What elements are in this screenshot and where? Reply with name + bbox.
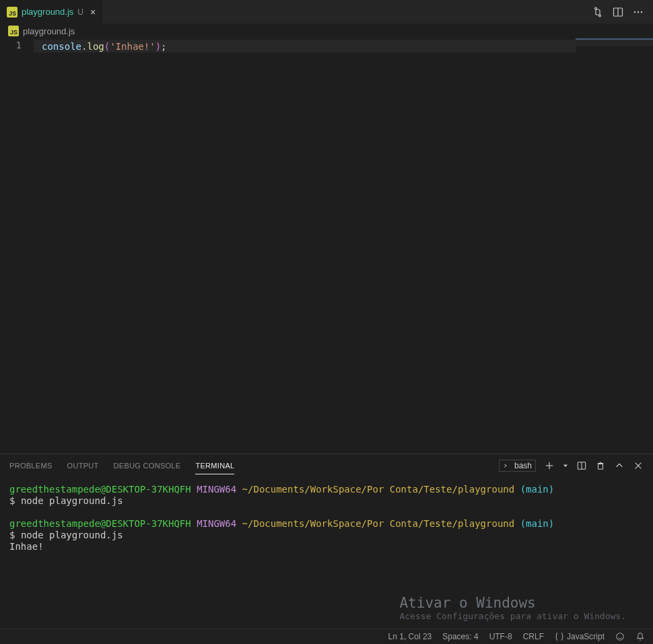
token-semi: ; bbox=[161, 41, 166, 52]
editor-tab[interactable]: JS playground.js U × bbox=[0, 0, 103, 24]
javascript-file-icon: JS bbox=[8, 26, 19, 36]
tab-problems[interactable]: PROBLEMS bbox=[9, 458, 53, 474]
status-language[interactable]: JavaScript bbox=[555, 632, 605, 641]
tab-modified-indicator: U bbox=[77, 7, 83, 17]
terminal-icon bbox=[503, 462, 511, 470]
token-function: log bbox=[87, 41, 104, 52]
svg-point-0 bbox=[595, 7, 597, 9]
new-terminal-button[interactable] bbox=[544, 460, 555, 471]
panel-tab-group: PROBLEMS OUTPUT DEBUG CONSOLE TERMINAL bbox=[9, 458, 234, 474]
token-lparen: ( bbox=[104, 41, 110, 52]
compare-changes-icon[interactable] bbox=[592, 7, 603, 17]
code-area[interactable]: console.log('Inhae!'); bbox=[34, 38, 653, 454]
tab-terminal[interactable]: TERMINAL bbox=[195, 458, 234, 474]
terminal-line: greedthestampede@DESKTOP-37KHQFH MINGW64… bbox=[9, 484, 644, 495]
svg-point-1 bbox=[599, 15, 601, 17]
terminal-body[interactable]: greedthestampede@DESKTOP-37KHQFH MINGW64… bbox=[0, 477, 653, 629]
minimap-viewport[interactable] bbox=[576, 38, 653, 46]
svg-marker-9 bbox=[563, 465, 568, 468]
svg-rect-12 bbox=[598, 464, 603, 469]
close-panel-icon[interactable] bbox=[633, 460, 644, 471]
tab-debug-console[interactable]: DEBUG CONSOLE bbox=[114, 458, 181, 474]
watermark-subtitle: Acesse Configurações para ativar o Windo… bbox=[399, 610, 626, 622]
tab-output[interactable]: OUTPUT bbox=[67, 458, 99, 474]
line-gutter: 1 bbox=[0, 38, 34, 454]
split-terminal-icon[interactable] bbox=[576, 460, 587, 471]
token-string: 'Inhae!' bbox=[110, 41, 155, 52]
tab-group: JS playground.js U × bbox=[0, 0, 103, 24]
code-line[interactable]: console.log('Inhae!'); bbox=[34, 40, 653, 52]
panel-tab-bar: PROBLEMS OUTPUT DEBUG CONSOLE TERMINAL b… bbox=[0, 454, 653, 477]
minimap[interactable] bbox=[576, 38, 653, 454]
svg-point-4 bbox=[634, 11, 635, 12]
windows-activation-watermark: Ativar o Windows Acesse Configurações pa… bbox=[399, 598, 626, 622]
token-object: console bbox=[42, 41, 81, 52]
terminal-output: Inhae! bbox=[9, 541, 644, 552]
svg-point-17 bbox=[617, 633, 624, 641]
editor-actions bbox=[592, 0, 653, 24]
terminal-line: greedthestampede@DESKTOP-37KHQFH MINGW64… bbox=[9, 518, 644, 530]
tab-bar: JS playground.js U × bbox=[0, 0, 653, 24]
svg-point-6 bbox=[641, 11, 642, 12]
status-cursor-position[interactable]: Ln 1, Col 23 bbox=[388, 632, 432, 641]
javascript-file-icon: JS bbox=[7, 7, 18, 17]
svg-point-5 bbox=[638, 11, 639, 12]
bottom-panel: PROBLEMS OUTPUT DEBUG CONSOLE TERMINAL b… bbox=[0, 454, 653, 629]
line-number: 1 bbox=[0, 40, 22, 50]
status-feedback-icon[interactable] bbox=[615, 632, 625, 641]
breadcrumb-filename: playground.js bbox=[23, 26, 75, 36]
token-dot: . bbox=[81, 41, 87, 52]
token-rparen: ) bbox=[156, 41, 161, 52]
terminal-line: $ node playground.js bbox=[9, 530, 644, 541]
tab-filename: playground.js bbox=[22, 7, 73, 17]
status-notifications-icon[interactable] bbox=[635, 632, 645, 641]
status-encoding[interactable]: UTF-8 bbox=[489, 632, 512, 641]
watermark-title: Ativar o Windows bbox=[399, 598, 626, 609]
status-indentation[interactable]: Spaces: 4 bbox=[442, 632, 478, 641]
status-eol[interactable]: CRLF bbox=[523, 632, 544, 641]
status-bar: Ln 1, Col 23 Spaces: 4 UTF-8 CRLF JavaSc… bbox=[0, 629, 653, 644]
more-actions-icon[interactable] bbox=[633, 7, 644, 17]
braces-icon bbox=[555, 632, 564, 641]
tab-close-button[interactable]: × bbox=[90, 7, 96, 17]
breadcrumb[interactable]: JS playground.js bbox=[0, 24, 653, 38]
terminal-shell-name: bash bbox=[514, 461, 532, 470]
terminal-selector[interactable]: bash bbox=[499, 460, 536, 472]
editor-area[interactable]: 1 console.log('Inhae!'); bbox=[0, 38, 653, 454]
terminal-line: $ node playground.js bbox=[9, 495, 644, 507]
terminal-dropdown-icon[interactable] bbox=[563, 460, 568, 471]
terminal-line bbox=[9, 507, 644, 518]
panel-actions: bash bbox=[499, 460, 644, 472]
kill-terminal-icon[interactable] bbox=[595, 460, 606, 471]
maximize-panel-icon[interactable] bbox=[614, 460, 625, 471]
split-editor-icon[interactable] bbox=[613, 7, 623, 17]
